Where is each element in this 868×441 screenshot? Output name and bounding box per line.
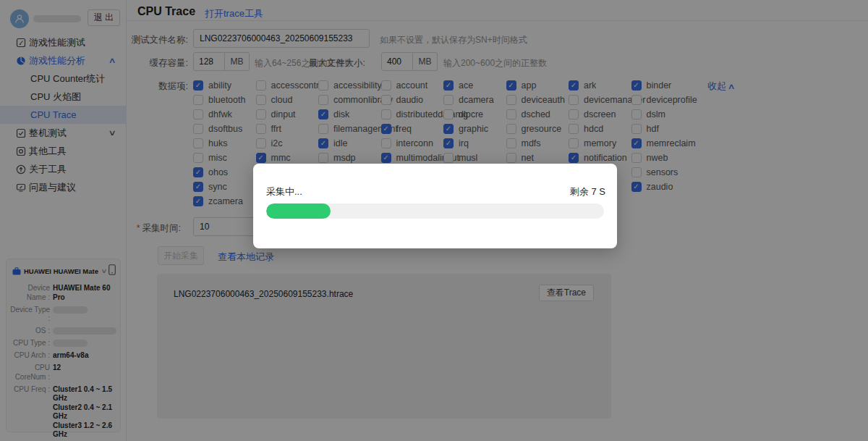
progress-bar bbox=[266, 203, 604, 219]
progress-modal: 采集中... 剩余 7 S bbox=[253, 164, 617, 248]
remaining-time-text: 剩余 7 S bbox=[570, 185, 605, 198]
progress-fill bbox=[266, 203, 331, 219]
app-window: 退 出 游戏性能测试游戏性能分析∧CPU Counter统计CPU 火焰图CPU… bbox=[0, 0, 868, 441]
collect-status-text: 采集中... bbox=[266, 185, 302, 198]
